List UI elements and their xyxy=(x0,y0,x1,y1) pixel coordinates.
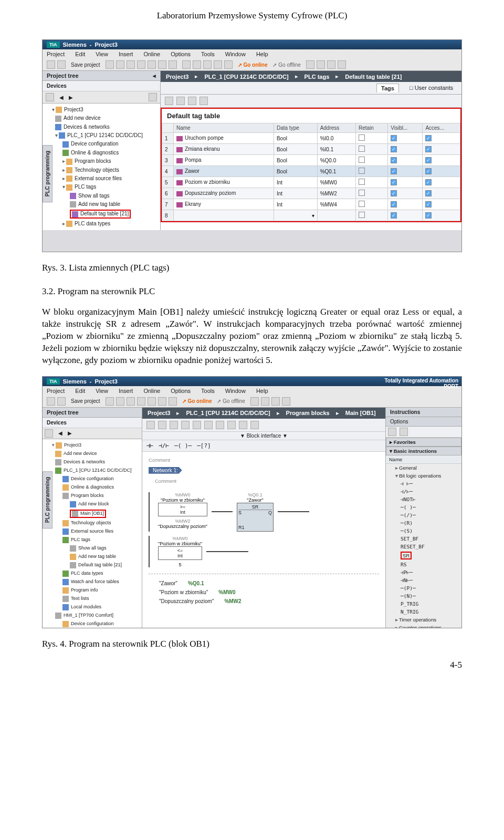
compile-icon[interactable] xyxy=(182,60,191,69)
tree-item[interactable]: Text lists xyxy=(45,595,140,603)
cmp-le-block[interactable]: %MW0 "Poziom w zbiorniku" <=Int 5 xyxy=(158,536,202,567)
nav-fwd-icon[interactable]: ▶ xyxy=(69,95,73,100)
go-offline-button[interactable]: ➚ Go offline xyxy=(272,62,300,68)
menu-help[interactable]: Help xyxy=(256,51,268,57)
instruction-item[interactable]: ⊣N⊢─ xyxy=(391,576,461,584)
ladder-editor[interactable]: Comment Network 1: Comment %MW0 "Poziom … xyxy=(142,452,385,608)
tagtb-icon[interactable] xyxy=(165,97,173,105)
accessible-checkbox[interactable] xyxy=(425,201,432,208)
tab-user-constants[interactable]: □ User constants xyxy=(405,84,457,92)
tree-item[interactable]: Program blocks xyxy=(45,492,140,500)
tree-item[interactable]: Show all tags xyxy=(45,544,140,553)
tree-item[interactable]: Devices & networks xyxy=(45,458,140,466)
table-row[interactable]: 1 Uruchom pompe Bool %I0.0 xyxy=(162,133,460,144)
menu-window[interactable]: Window xyxy=(225,51,246,57)
visible-checkbox[interactable] xyxy=(391,201,397,208)
instruction-item[interactable]: ─(P)─ xyxy=(391,584,461,592)
instruction-item[interactable]: ⊣NOT⊢ xyxy=(391,495,461,503)
instructions-list[interactable]: ▸ Favorites ▾ Basic instructions Name Ge… xyxy=(386,438,461,628)
tree-tb-icon[interactable] xyxy=(46,93,54,101)
tree-item[interactable]: Local modules xyxy=(45,603,140,611)
tag-tabs[interactable]: Tags □ User constants xyxy=(161,82,461,95)
table-row[interactable]: 3 Pompa Bool %Q0.0 xyxy=(162,155,460,166)
tagtb-icon[interactable] xyxy=(176,97,185,105)
menu-edit[interactable]: Edit xyxy=(75,51,85,57)
visible-checkbox[interactable] xyxy=(391,168,397,174)
paste-icon[interactable] xyxy=(137,60,145,69)
save-project-button[interactable]: Save project xyxy=(71,398,100,404)
tree-item[interactable]: HMI_1 [TP700 Comfort] xyxy=(45,611,140,620)
table-row[interactable]: 5 Poziom w zbiorniku Int %MW0 xyxy=(162,177,460,188)
instruction-item[interactable]: ⊣ ⊢─ xyxy=(391,480,461,488)
accessible-checkbox[interactable] xyxy=(425,146,432,152)
print-icon[interactable] xyxy=(106,60,114,69)
tree-item[interactable]: Main [OB1] xyxy=(45,509,140,519)
plc-programming-tab[interactable]: PLC programming xyxy=(43,471,52,528)
open-icon[interactable] xyxy=(57,60,66,69)
retain-checkbox[interactable] xyxy=(359,146,365,152)
instruction-item[interactable]: P_TRIG xyxy=(391,600,461,608)
retain-checkbox[interactable] xyxy=(359,212,365,218)
tag-table[interactable]: Name Data type Address Retain Visibl... … xyxy=(162,123,460,221)
visible-checkbox[interactable] xyxy=(391,146,397,152)
undo-icon[interactable] xyxy=(158,60,166,69)
save-project-button[interactable]: Save project xyxy=(71,62,100,68)
retain-checkbox[interactable] xyxy=(359,157,365,163)
instruction-item[interactable]: ─(N)─ xyxy=(391,592,461,600)
table-row[interactable]: 6 Dopuszczalny poziom Int %MW2 xyxy=(162,188,460,199)
visible-checkbox[interactable] xyxy=(391,190,397,196)
new-icon[interactable] xyxy=(47,60,55,69)
tree-layout-icon[interactable] xyxy=(149,93,157,101)
cmp-ge-block[interactable]: %MW0 "Poziom w zbiorniku" >=Int %MW2 "Do… xyxy=(158,492,207,529)
instruction-item[interactable]: ⊣/⊢─ xyxy=(391,488,461,495)
tagtb-icon[interactable] xyxy=(200,97,208,105)
split-icon[interactable] xyxy=(327,60,335,69)
retain-checkbox[interactable] xyxy=(359,134,365,141)
project-tree-2[interactable]: Project3Add new deviceDevices & networks… xyxy=(43,439,142,628)
tree-item[interactable]: PLC tags xyxy=(45,536,140,544)
network-1-header[interactable]: Network 1: xyxy=(149,467,182,474)
retain-checkbox[interactable] xyxy=(359,168,365,174)
instruction-item[interactable]: N_TRIG xyxy=(391,608,461,616)
tree-item[interactable]: PLC data types xyxy=(45,569,140,578)
instruction-item[interactable]: RESET_BF xyxy=(391,543,461,551)
instruction-item[interactable]: SR xyxy=(391,551,461,561)
menu-insert[interactable]: Insert xyxy=(119,51,133,57)
stop-icon[interactable] xyxy=(224,60,233,69)
menu-project[interactable]: Project xyxy=(47,51,65,57)
tree-item[interactable]: Add new block xyxy=(45,500,140,509)
upload-icon[interactable] xyxy=(203,60,212,69)
start-icon[interactable] xyxy=(214,60,222,69)
default-tag-table-item[interactable]: Default tag table [21] xyxy=(70,210,131,218)
menubar[interactable]: Project Edit View Insert Online Options … xyxy=(43,49,461,59)
accessible-checkbox[interactable] xyxy=(425,190,432,196)
tagtb-icon[interactable] xyxy=(188,97,196,105)
copy-icon[interactable] xyxy=(127,60,135,69)
close-icon[interactable] xyxy=(338,60,346,69)
instruction-item[interactable]: ─( )─ xyxy=(391,503,461,511)
nav-back-icon[interactable]: ◀ xyxy=(59,95,64,100)
project-tree[interactable]: Project3 Add new device Devices & networ… xyxy=(43,103,160,230)
accessible-checkbox[interactable] xyxy=(425,157,432,163)
xref-icon[interactable] xyxy=(317,60,325,69)
instruction-item[interactable]: ─(S) xyxy=(391,527,461,535)
table-row[interactable]: 7 Ekrany Int %MW4 xyxy=(162,199,460,210)
go-online-button[interactable]: ➚ Go online xyxy=(238,62,268,68)
tree-item[interactable]: External source files xyxy=(45,527,140,536)
retain-checkbox[interactable] xyxy=(359,190,365,196)
block-interface-bar[interactable]: ▼ Block interface ▼ xyxy=(142,432,385,440)
tree-item[interactable]: Add new tag table xyxy=(45,553,140,561)
accessible-checkbox[interactable] xyxy=(425,179,432,185)
tree-item[interactable]: Device configuration xyxy=(45,620,140,628)
tab-tags[interactable]: Tags xyxy=(376,84,399,92)
accessible-checkbox[interactable] xyxy=(425,212,432,219)
table-row[interactable]: 2 Zmiana ekranu Bool %I0.1 xyxy=(162,144,460,155)
redo-icon[interactable] xyxy=(169,60,177,69)
instruction-category[interactable]: Counter operations xyxy=(386,624,461,628)
tree-item[interactable]: PLC_1 [CPU 1214C DC/DC/DC] xyxy=(45,466,140,475)
instruction-category[interactable]: Timer operations xyxy=(386,616,461,624)
tree-item[interactable]: Online & diagnostics xyxy=(45,483,140,492)
menu-options[interactable]: Options xyxy=(171,51,191,57)
tree-item[interactable]: Device configuration xyxy=(45,475,140,483)
search-icon[interactable] xyxy=(306,60,314,69)
